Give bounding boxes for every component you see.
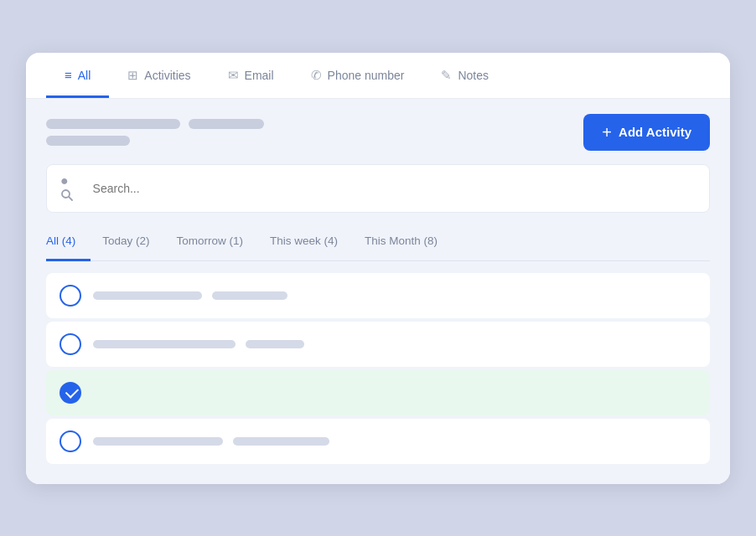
main-card: ≡ All ⊞ Activities ✉ Email ✆ Phone numbe… <box>26 53 730 484</box>
add-activity-label: Add Activity <box>619 125 691 139</box>
activity-checkbox-4[interactable] <box>60 430 81 452</box>
filter-tabs: All (4) Today (2) Tomorrow (1) This week… <box>46 228 710 261</box>
tab-notes-label: Notes <box>458 69 489 82</box>
tab-activities[interactable]: ⊞ Activities <box>109 53 209 99</box>
search-icon: ● <box>60 173 85 204</box>
header-row: + Add Activity <box>46 114 710 151</box>
tab-email[interactable]: ✉ Email <box>210 53 293 99</box>
header-skeleton <box>46 119 264 146</box>
tab-notes[interactable]: ✎ Notes <box>422 53 507 99</box>
filter-tab-today[interactable]: Today (2) <box>102 228 164 261</box>
activity-row <box>46 273 710 318</box>
filter-tab-tomorrow[interactable]: Tomorrow (1) <box>177 228 259 261</box>
tab-all[interactable]: ≡ All <box>46 53 109 98</box>
activity-skeleton-1 <box>93 291 696 300</box>
add-activity-button[interactable]: + Add Activity <box>583 114 710 151</box>
activity-list <box>46 273 710 464</box>
activity-checkbox-2[interactable] <box>60 333 81 355</box>
skel-bar <box>246 340 304 348</box>
filter-tab-all[interactable]: All (4) <box>46 228 91 261</box>
search-input[interactable] <box>93 182 696 195</box>
tab-activities-label: Activities <box>144 69 190 82</box>
skeleton-row-2 <box>46 136 264 146</box>
tab-all-label: All <box>78 69 91 82</box>
activity-row-completed <box>46 370 710 415</box>
search-bar[interactable]: ● <box>46 164 710 213</box>
filter-tab-thismonth[interactable]: This Month (8) <box>365 228 453 261</box>
tab-phone-label: Phone number <box>328 69 405 82</box>
skel-bar <box>93 340 236 348</box>
activity-row <box>46 419 710 464</box>
email-icon: ✉ <box>228 68 239 83</box>
activity-skeleton-4 <box>93 437 696 446</box>
main-content: + Add Activity ● All (4) Today (2) <box>26 99 730 484</box>
filter-tab-thismonth-label: This Month (8) <box>365 234 438 247</box>
nav-tabs: ≡ All ⊞ Activities ✉ Email ✆ Phone numbe… <box>26 53 730 99</box>
activity-checkbox-1[interactable] <box>60 285 81 307</box>
filter-tab-all-label: All (4) <box>46 234 75 247</box>
skel-bar <box>212 291 287 300</box>
activity-checkbox-3[interactable] <box>60 382 81 404</box>
notes-icon: ✎ <box>441 68 452 83</box>
tab-phone[interactable]: ✆ Phone number <box>293 53 423 99</box>
plus-icon: + <box>602 124 612 141</box>
skeleton-bar-1 <box>46 119 180 129</box>
activity-row <box>46 322 710 367</box>
skel-bar <box>233 437 329 446</box>
activity-skeleton-2 <box>93 340 696 348</box>
filter-tab-thisweek[interactable]: This week (4) <box>270 228 353 261</box>
filter-tab-thisweek-label: This week (4) <box>270 234 338 247</box>
calendar-icon: ⊞ <box>127 68 138 83</box>
phone-icon: ✆ <box>311 68 322 83</box>
skeleton-bar-3 <box>46 136 130 146</box>
list-icon: ≡ <box>65 68 72 82</box>
filter-tab-today-label: Today (2) <box>102 234 149 247</box>
skel-bar <box>93 291 202 300</box>
skeleton-row-1 <box>46 119 264 129</box>
tab-email-label: Email <box>245 69 274 82</box>
skel-bar <box>93 437 223 446</box>
filter-tab-tomorrow-label: Tomorrow (1) <box>177 234 244 247</box>
skeleton-bar-2 <box>189 119 264 129</box>
svg-line-1 <box>69 197 72 200</box>
